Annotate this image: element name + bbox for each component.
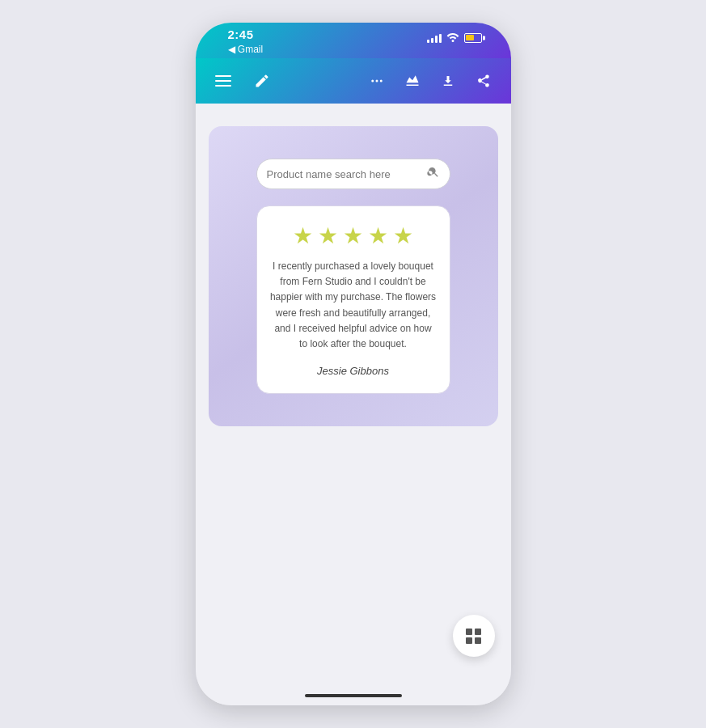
- fab-button[interactable]: [453, 615, 495, 657]
- battery-icon: [464, 33, 482, 43]
- search-input[interactable]: [267, 168, 421, 180]
- wifi-icon: [446, 31, 459, 44]
- status-time: 2:45: [228, 28, 254, 41]
- crown-icon: [405, 74, 420, 88]
- share-button[interactable]: [469, 66, 498, 95]
- star-2: ★: [318, 222, 338, 249]
- toolbar: [196, 58, 511, 104]
- svg-point-0: [371, 80, 374, 83]
- star-1: ★: [293, 222, 313, 249]
- hamburger-icon: [215, 75, 231, 87]
- grid-icon: [466, 629, 481, 644]
- stars-row: ★ ★ ★ ★ ★: [293, 222, 413, 249]
- menu-button[interactable]: [209, 66, 238, 95]
- review-card: ★ ★ ★ ★ ★ I recently purchased a lovely …: [256, 205, 450, 394]
- search-icon: [427, 166, 440, 182]
- share-icon: [476, 74, 491, 88]
- svg-point-1: [375, 80, 378, 83]
- review-text: I recently purchased a lovely bouquet fr…: [270, 259, 437, 352]
- home-indicator: [305, 694, 402, 697]
- reviewer-name: Jessie Gibbons: [317, 365, 389, 377]
- crown-button[interactable]: [398, 66, 427, 95]
- download-button[interactable]: [433, 66, 463, 95]
- search-bar[interactable]: [256, 159, 450, 189]
- status-icons: [427, 31, 482, 44]
- edit-icon: [254, 73, 270, 89]
- signal-icon: [427, 33, 442, 43]
- svg-point-2: [379, 80, 382, 83]
- status-bar: 2:45 ◀ Gmail: [196, 23, 511, 58]
- star-3: ★: [343, 222, 363, 249]
- card-container: ★ ★ ★ ★ ★ I recently purchased a lovely …: [209, 126, 498, 426]
- edit-button[interactable]: [247, 66, 277, 95]
- download-icon: [441, 74, 455, 88]
- star-5: ★: [393, 222, 413, 249]
- back-button[interactable]: ◀ Gmail: [228, 44, 264, 55]
- star-4: ★: [368, 222, 388, 249]
- main-content: ★ ★ ★ ★ ★ I recently purchased a lovely …: [196, 104, 511, 705]
- more-icon: [370, 74, 384, 88]
- more-button[interactable]: [362, 66, 391, 95]
